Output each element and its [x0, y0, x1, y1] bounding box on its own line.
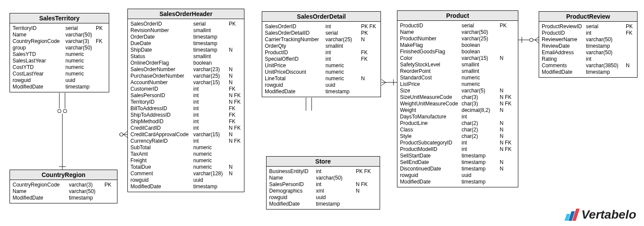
column-name: CurrencyRateID [130, 138, 193, 144]
column-flags: FK [229, 112, 244, 118]
column-row: ListPricenumeric [400, 81, 515, 88]
column-type: smallint [325, 43, 361, 49]
column-name: rowguid [130, 177, 193, 183]
column-row: Statussmallint [130, 53, 241, 60]
column-flags: PK FK [361, 23, 377, 30]
column-row: CountryRegionCodevarchar(3)FK [13, 38, 106, 45]
column-name: SalesPersonID [130, 92, 193, 99]
table-sales_order_detail: SalesOrderDetailSalesOrderIDintPK FKSale… [262, 11, 381, 97]
column-type: int [586, 30, 626, 36]
column-row: SalesPersonIDintN FK [130, 92, 241, 99]
column-row: SalesOrderIDintPK FK [265, 23, 378, 30]
column-flags: N [229, 73, 244, 79]
column-flags: N [229, 131, 244, 138]
column-row: Ratingint [542, 56, 634, 62]
table-title: ProductReview [539, 12, 637, 22]
column-name: rowguid [400, 172, 462, 179]
column-type: timestamp [69, 195, 104, 201]
column-flags [500, 153, 514, 159]
column-type: int [193, 138, 229, 144]
column-type: boolean [193, 60, 229, 66]
column-name: SalesOrderNumber [130, 66, 193, 73]
svg-point-2 [58, 109, 61, 113]
vertabelo-logo: Vertabelo [566, 208, 636, 222]
column-name: UnitPrice [265, 62, 325, 69]
column-type: boolean [462, 49, 500, 55]
column-type: uuid [193, 177, 229, 183]
column-type: uuid [65, 77, 96, 84]
column-row: StandardCostnumeric [400, 75, 515, 81]
column-row: BusinessEntityIDintPK FK [269, 168, 377, 175]
column-type: int [193, 105, 229, 112]
table-product_review: ProductReviewProductReviewIDserialPKProd… [539, 11, 637, 78]
column-row: OrderQtysmallint [265, 43, 378, 49]
column-type: int [193, 99, 229, 105]
column-row: SalesLastYearnumeric [13, 58, 106, 64]
column-row: SalesOrderIDserialPK [130, 21, 241, 27]
column-flags [96, 32, 108, 38]
column-type: char(3) [462, 94, 500, 101]
column-name: CustomerID [130, 86, 193, 92]
column-type: numeric [193, 144, 229, 151]
column-row: SalesPersonIDintN FK [269, 181, 377, 188]
column-row: ReorderPointsmallint [400, 68, 515, 75]
column-name: CarrierTrackingNumber [265, 36, 325, 43]
column-type: varchar(3) [69, 182, 104, 188]
column-name: EmailAddress [542, 49, 586, 56]
column-type: uuid [325, 82, 361, 88]
column-row: rowguiduuid [269, 194, 377, 201]
column-type: varchar(50) [65, 45, 96, 51]
column-name: ShipToAddressID [130, 112, 193, 118]
column-name: CountryRegionCode [13, 182, 69, 188]
column-flags [104, 188, 115, 195]
column-name: Class [400, 127, 462, 133]
column-type: varchar(50) [69, 188, 104, 195]
column-flags: N [500, 133, 514, 140]
column-flags [96, 84, 108, 90]
column-flags [96, 71, 108, 77]
column-flags: FK [229, 86, 244, 92]
column-name: ProductLine [400, 120, 462, 127]
table-title: Product [397, 11, 518, 21]
column-flags: N FK [229, 99, 244, 105]
column-row: SubTotalnumeric [130, 144, 241, 151]
column-flags [626, 56, 636, 62]
column-flags [500, 172, 514, 179]
column-flags: N [356, 188, 375, 194]
column-flags: N [500, 88, 514, 94]
column-flags [229, 151, 244, 157]
column-row: Stylechar(2)N [400, 133, 515, 140]
column-row: rowguiduuid [265, 82, 378, 88]
column-row: UnitPriceDiscountnumeric [265, 69, 378, 75]
column-name: ListPrice [400, 81, 462, 88]
column-flags [500, 36, 514, 42]
column-flags [229, 157, 244, 164]
column-row: RevisionNumbersmallint [130, 27, 241, 34]
table-country_region: CountryRegionCountryRegionCodevarchar(3)… [10, 170, 117, 203]
column-flags [361, 88, 377, 95]
column-name: UnitPriceDiscount [265, 69, 325, 75]
column-flags: PK [96, 25, 108, 32]
column-row: ModifiedDatetimestamp [269, 201, 377, 207]
column-row: DueDatetimestamp [130, 40, 241, 47]
column-type: timestamp [316, 201, 356, 207]
column-row: ModifiedDatetimestamp [265, 88, 378, 95]
column-name: WeightUnitMeasureCode [400, 101, 462, 107]
column-name: Comment [130, 170, 193, 177]
column-type: smallint [193, 27, 229, 34]
column-row: SellEndDatetimestampN [400, 159, 515, 166]
column-flags [96, 45, 108, 51]
column-type: char(2) [462, 120, 500, 127]
column-name: Name [13, 32, 65, 38]
column-name: ProductID [542, 30, 586, 36]
column-name: Status [130, 53, 193, 60]
column-name: CreditCardID [130, 125, 193, 131]
column-name: ModifiedDate [13, 195, 69, 201]
column-row: SafetyStockLevelsmallint [400, 62, 515, 68]
svg-line-13 [381, 79, 386, 82]
column-name: ModifiedDate [400, 179, 462, 185]
column-row: ModifiedDatetimestamp [13, 84, 106, 90]
column-flags [96, 77, 108, 84]
column-flags [229, 183, 244, 190]
column-flags [500, 42, 514, 49]
